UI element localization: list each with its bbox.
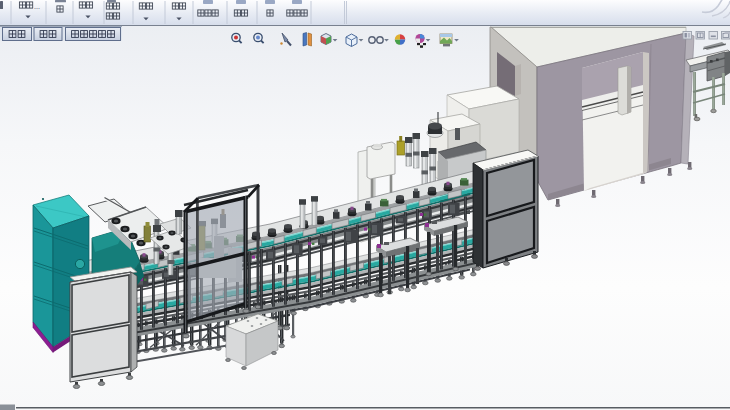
svg-text:...: ... [34,3,40,10]
